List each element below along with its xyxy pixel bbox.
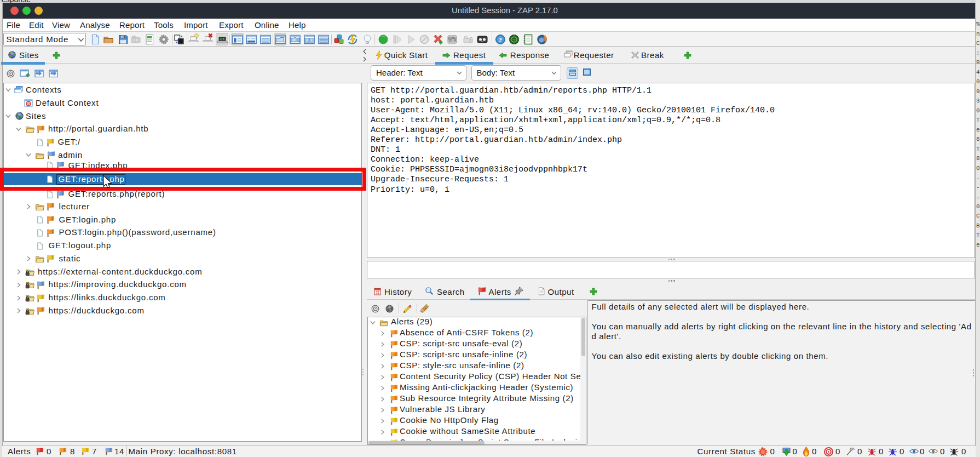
svg-text:?: ? [499,36,502,43]
svg-text:T.: T. [222,37,225,41]
